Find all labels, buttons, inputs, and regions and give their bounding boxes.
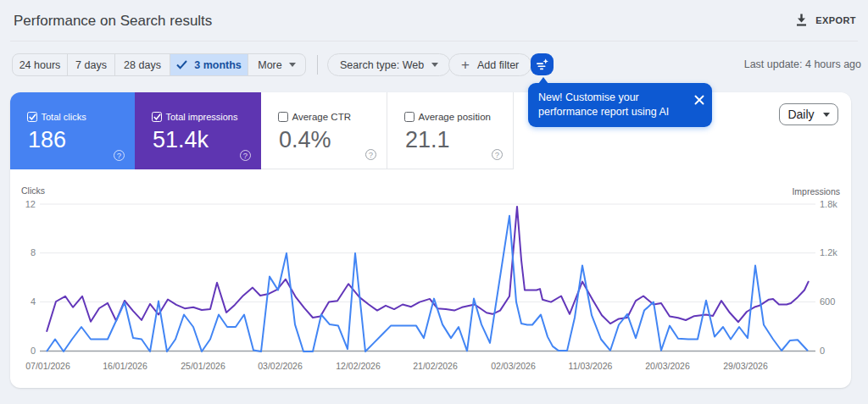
svg-text:8: 8 xyxy=(31,247,36,257)
svg-text:03/02/2026: 03/02/2026 xyxy=(258,361,303,371)
svg-text:0: 0 xyxy=(31,346,36,356)
svg-text:Clicks: Clicks xyxy=(21,185,45,196)
svg-text:11/03/2026: 11/03/2026 xyxy=(569,361,613,371)
svg-text:Impressions: Impressions xyxy=(792,186,840,196)
svg-text:4: 4 xyxy=(31,296,36,307)
svg-text:25/01/2026: 25/01/2026 xyxy=(181,361,225,371)
svg-text:29/03/2026: 29/03/2026 xyxy=(723,361,768,371)
svg-text:02/03/2026: 02/03/2026 xyxy=(491,361,536,371)
svg-text:16/01/2026: 16/01/2026 xyxy=(103,361,147,371)
svg-text:12: 12 xyxy=(25,199,36,209)
svg-text:21/02/2026: 21/02/2026 xyxy=(413,361,458,371)
svg-text:600: 600 xyxy=(820,296,835,307)
svg-text:12/02/2026: 12/02/2026 xyxy=(336,361,381,371)
svg-text:0: 0 xyxy=(820,346,825,356)
svg-text:1.2k: 1.2k xyxy=(820,247,837,257)
svg-text:20/03/2026: 20/03/2026 xyxy=(645,361,690,371)
svg-text:07/01/2026: 07/01/2026 xyxy=(25,361,70,371)
svg-text:1.8k: 1.8k xyxy=(820,199,837,209)
